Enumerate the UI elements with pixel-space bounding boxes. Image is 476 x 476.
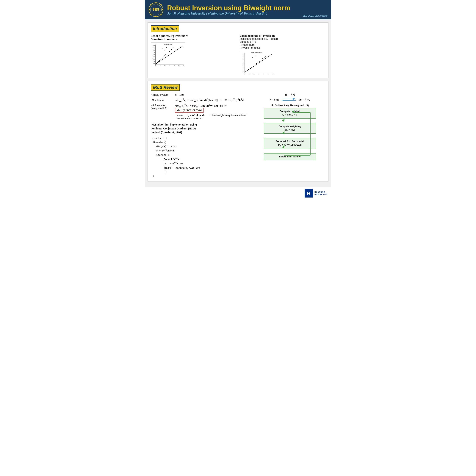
intro-content: Least-squares (l²) inversion: Sensitive … [151,34,325,75]
hansung-logo: H HANSUNGUNIVERSITY [305,189,327,198]
irls-right: W = f(r) r = f(m) [255,93,325,178]
svg-text:6.0: 6.0 [243,58,244,59]
svg-text:30: 30 [183,65,184,67]
svg-point-6 [155,2,156,3]
svg-point-7 [155,16,156,17]
svg-point-12 [150,14,152,15]
svg-text:3.0: 3.0 [243,65,244,66]
irls-content: A linear system d = Lm LS solution minm(… [151,93,325,178]
introduction-section: Introduction Least-squares (l²) inversio… [148,22,328,78]
svg-text:10: 10 [249,73,250,75]
svg-point-81 [255,65,255,65]
hansung-h-logo: H [305,189,313,198]
svg-point-86 [262,58,263,59]
svg-text:2.0: 2.0 [243,67,244,68]
svg-text:10: 10 [164,65,166,67]
svg-text:6.0: 6.0 [153,50,155,51]
svg-text:1.0: 1.0 [243,69,244,70]
conference-location: SEG 2011 San Antonio [303,14,327,17]
svg-point-89 [252,57,253,58]
svg-point-36 [156,63,157,64]
svg-text:20: 20 [254,73,255,75]
cycle-arrows: r = f(m) m [255,97,325,102]
svg-point-90 [255,55,255,56]
wls-eq: minm(rwTrw) = minm [(Lm−d)TW(Lm−d)] ⇒ m̂… [175,104,251,120]
svg-text:0.0: 0.0 [243,71,244,72]
svg-point-83 [257,62,258,63]
svg-text:8.0: 8.0 [243,53,244,54]
svg-point-82 [256,63,257,64]
svg-point-11 [160,4,162,5]
linear-system-row: A linear system d = Lm LS solution minm(… [151,93,251,120]
main-content: Introduction Least-squares (l²) inversio… [145,19,331,187]
intro-title: Introduction [151,25,179,32]
algo-code-block: r ⇐ Lm − d iterate { diag(W) = f(r) r ⇐ … [153,136,251,178]
svg-text:1.0: 1.0 [153,61,155,62]
svg-point-85 [261,60,261,60]
svg-text:3.0: 3.0 [153,56,155,57]
svg-point-47 [167,52,168,53]
chart-robust-inversion: Robust Inversion 8.0 7.0 6.0 5.0 4.0 3.0… [240,51,274,75]
seg-logo: SEG [149,2,163,17]
svg-point-49 [171,49,172,50]
cycle-arrow-svg [282,97,297,102]
svg-text:20: 20 [174,65,175,67]
svg-point-44 [164,56,164,57]
svg-text:2.0: 2.0 [153,59,155,60]
svg-text:45: 45 [272,73,273,75]
hansung-text: HANSUNGUNIVERSITY [314,191,327,196]
intro-robust-text: Least-absolute (l¹) inversion Resistant … [240,34,325,49]
svg-point-10 [150,4,152,5]
svg-text:35: 35 [263,73,264,75]
svg-point-53 [166,47,167,48]
svg-text:0.0: 0.0 [153,63,155,64]
svg-point-40 [160,60,161,60]
svg-point-50 [173,48,174,48]
chart-least-squares: Least squares 8.0 7.0 6.0 5.0 4.0 3.0 2.… [151,43,185,67]
svg-point-48 [169,51,170,52]
linear-system-label: A linear system [151,93,175,98]
w-eq-center: W = f(r) [255,93,325,96]
author-subtitle: Jun Ji, Hansung University ( visiting th… [167,12,299,15]
svg-point-13 [160,14,162,15]
svg-point-37 [157,62,158,63]
svg-point-84 [259,61,260,62]
svg-text:Robust Inversion: Robust Inversion [251,52,262,53]
svg-text:25: 25 [178,65,180,67]
svg-point-39 [159,60,160,61]
wls-label: WLS solution (Weighted LS) [151,104,175,120]
svg-text:Least squares: Least squares [163,44,172,45]
svg-point-88 [265,56,266,57]
svg-point-9 [162,9,163,10]
svg-text:5.0: 5.0 [153,52,155,53]
header-text-block: Robust Inversion using Biweight norm Jun… [167,4,299,15]
flow-box-1: Compute residual rk = Lmk-1 − d [264,108,316,119]
irls-title: IRLS Review [151,84,180,91]
svg-text:40: 40 [268,73,269,75]
svg-text:8.0: 8.0 [153,45,155,46]
svg-point-43 [163,57,163,58]
wls-boxed-eq: m̂ = (LTWL)-1LTWd [175,108,204,113]
flow-box-2: Compute weighting Wk = f(rk) [264,123,316,134]
svg-point-75 [245,71,246,72]
svg-point-45 [165,55,165,56]
svg-point-8 [149,9,150,10]
svg-point-38 [158,61,159,62]
svg-point-80 [253,66,254,67]
svg-point-51 [165,50,165,51]
svg-point-52 [162,48,162,49]
irls-left: A linear system d = Lm LS solution minm(… [151,93,251,178]
svg-point-41 [161,59,162,59]
irls-cycle-label: IRLS (Iteratively Reweighted LS) [255,104,325,107]
flow-box-3: Solve WLS to find model mk = (LTWkL)-1LT… [264,138,316,149]
intro-left: Least-squares (l²) inversion: Sensitive … [151,34,236,67]
svg-text:7.0: 7.0 [243,56,244,57]
flow-box-4: Iterate until satisfy [264,153,316,160]
intro-ls-text: Least-squares (l²) inversion: Sensitive … [151,34,236,41]
footer: H HANSUNGUNIVERSITY [145,187,331,199]
svg-text:15: 15 [169,65,170,67]
ls-solution-eq: minm(rTr) = minm [(Lm−d)T(Lm−d)] ⇒ m̂ = … [175,98,251,104]
svg-point-77 [248,69,249,70]
svg-text:5.0: 5.0 [243,60,244,61]
svg-text:7.0: 7.0 [153,47,155,49]
